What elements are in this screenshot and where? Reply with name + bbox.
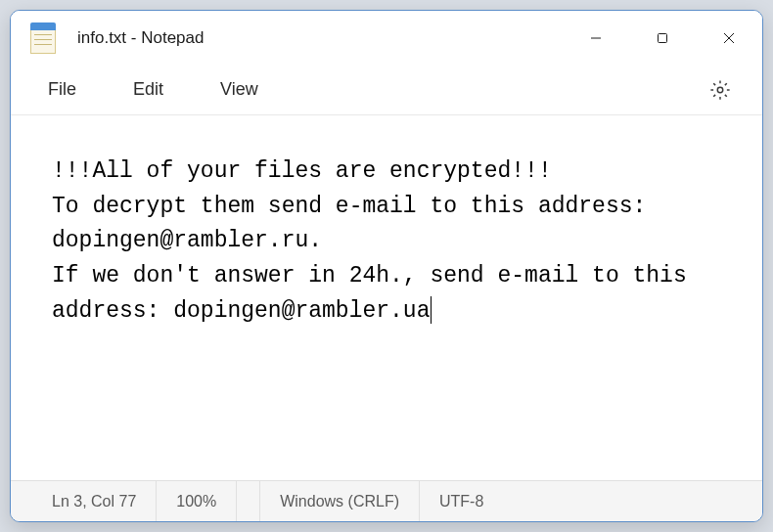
menu-view[interactable]: View bbox=[212, 73, 266, 106]
notepad-icon bbox=[30, 22, 56, 54]
status-position: Ln 3, Col 77 bbox=[11, 481, 157, 521]
status-encoding: UTF-8 bbox=[420, 481, 503, 521]
status-spacer bbox=[237, 481, 260, 521]
text-cursor bbox=[431, 296, 432, 324]
settings-button[interactable] bbox=[698, 67, 743, 112]
close-button[interactable] bbox=[696, 11, 762, 65]
menu-file[interactable]: File bbox=[40, 73, 84, 106]
minimize-button[interactable] bbox=[563, 11, 629, 65]
titlebar[interactable]: info.txt - Notepad bbox=[11, 11, 762, 65]
notepad-window: info.txt - Notepad File Edit View !!!All… bbox=[10, 10, 763, 522]
menubar: File Edit View bbox=[11, 65, 762, 115]
menu-edit[interactable]: Edit bbox=[125, 73, 171, 106]
maximize-button[interactable] bbox=[629, 11, 696, 65]
status-line-ending: Windows (CRLF) bbox=[260, 481, 420, 521]
editor-content: !!!All of your files are encrypted!!! To… bbox=[52, 158, 701, 324]
statusbar: Ln 3, Col 77 100% Windows (CRLF) UTF-8 bbox=[11, 480, 762, 521]
window-title: info.txt - Notepad bbox=[77, 28, 563, 48]
window-controls bbox=[563, 11, 762, 65]
svg-point-4 bbox=[717, 87, 723, 93]
text-editor[interactable]: !!!All of your files are encrypted!!! To… bbox=[11, 115, 762, 480]
status-zoom[interactable]: 100% bbox=[157, 481, 237, 521]
svg-rect-1 bbox=[659, 33, 667, 42]
